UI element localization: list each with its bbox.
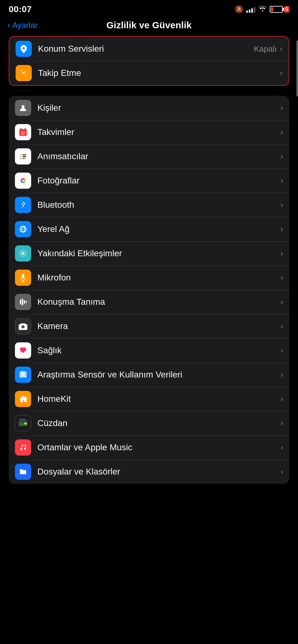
svg-point-0 bbox=[21, 105, 25, 108]
mikrofon-label: Mikrofon bbox=[37, 273, 281, 283]
arastirma-icon bbox=[15, 367, 31, 383]
svg-point-9 bbox=[20, 156, 21, 157]
battery-icon: 9 bbox=[270, 6, 289, 13]
settings-row-konum-servisleri[interactable]: Konum Servisleri Kapalı › bbox=[9, 37, 289, 61]
mikrofon-icon bbox=[15, 270, 31, 286]
files-chevron: › bbox=[281, 467, 283, 476]
kamera-label: Kamera bbox=[37, 321, 281, 331]
fotograflar-label: Fotoğraflar bbox=[37, 176, 281, 186]
settings-row-yakindaki[interactable]: Yakındaki Etkileşimler › bbox=[9, 241, 289, 266]
svg-point-21 bbox=[22, 252, 24, 255]
animsaticilar-chevron: › bbox=[281, 152, 283, 161]
bluetooth-chevron: › bbox=[281, 201, 283, 209]
svg-rect-29 bbox=[24, 300, 25, 304]
status-bar: 00:07 🔕 9 bbox=[0, 0, 298, 17]
cuzdan-chevron: › bbox=[281, 419, 283, 428]
arastirma-chevron: › bbox=[281, 370, 283, 379]
svg-point-10 bbox=[20, 158, 21, 159]
svg-rect-38 bbox=[24, 423, 27, 424]
settings-row-files[interactable]: Dosyalar ve Klasörler › bbox=[9, 460, 289, 484]
settings-row-saglik[interactable]: Sağlık › bbox=[9, 338, 289, 363]
battery-level: 9 bbox=[284, 6, 289, 12]
cuzdan-icon bbox=[15, 415, 31, 431]
bluetooth-label: Bluetooth bbox=[37, 200, 281, 210]
animsaticilar-icon bbox=[15, 148, 31, 164]
yakindaki-label: Yakındaki Etkileşimler bbox=[37, 248, 281, 258]
back-chevron-icon: ‹ bbox=[7, 20, 10, 30]
svg-text:17: 17 bbox=[21, 132, 25, 135]
konusma-tanima-icon bbox=[15, 294, 31, 310]
kamera-chevron: › bbox=[281, 322, 283, 331]
settings-row-animsaticilar[interactable]: Anımsatıcılar › bbox=[9, 144, 289, 169]
settings-row-mikrofon[interactable]: Mikrofon › bbox=[9, 266, 289, 290]
status-icons: 🔕 9 bbox=[235, 5, 289, 13]
settings-row-fotograflar[interactable]: Fotoğraflar › bbox=[9, 169, 289, 193]
kamera-icon bbox=[15, 318, 31, 334]
settings-row-yerel-ag[interactable]: Yerel Ağ › bbox=[9, 217, 289, 241]
files-icon bbox=[15, 464, 31, 480]
back-label: Ayarlar bbox=[12, 21, 38, 30]
svg-rect-27 bbox=[20, 299, 21, 304]
yakindaki-chevron: › bbox=[281, 249, 283, 258]
settings-row-arastirma[interactable]: Araştırma Sensör ve Kullanım Verileri › bbox=[9, 363, 289, 387]
svg-rect-24 bbox=[22, 274, 24, 278]
svg-point-8 bbox=[20, 154, 21, 155]
settings-main-card: Kişiler › 17 Takvimler › bbox=[9, 96, 289, 484]
settings-row-music[interactable]: Ortamlar ve Apple Music › bbox=[9, 435, 289, 460]
highlighted-section: Konum Servisleri Kapalı › Takip Etme › bbox=[9, 36, 289, 86]
svg-rect-4 bbox=[21, 128, 21, 130]
settings-row-konusma-tanima[interactable]: Konuşma Tanıma › bbox=[9, 290, 289, 314]
svg-rect-11 bbox=[22, 155, 26, 155]
yakindaki-icon bbox=[15, 245, 31, 262]
homekit-label: HomeKit bbox=[37, 394, 281, 404]
content-area: Konum Servisleri Kapalı › Takip Etme › bbox=[0, 36, 298, 484]
svg-rect-12 bbox=[22, 156, 26, 157]
music-chevron: › bbox=[281, 443, 283, 452]
settings-row-cuzdan[interactable]: Cüzdan › bbox=[9, 411, 289, 435]
svg-point-41 bbox=[20, 448, 22, 450]
fotograflar-chevron: › bbox=[281, 176, 283, 185]
konum-servisleri-chevron: › bbox=[280, 44, 282, 53]
settings-row-kamera[interactable]: Kamera › bbox=[9, 314, 289, 338]
bell-mute-icon: 🔕 bbox=[235, 5, 243, 13]
konusma-tanima-label: Konuşma Tanıma bbox=[37, 297, 281, 307]
takvimler-label: Takvimler bbox=[37, 127, 281, 137]
konum-servisleri-label: Konum Servisleri bbox=[38, 44, 254, 54]
back-button[interactable]: ‹ Ayarlar bbox=[7, 20, 38, 30]
music-label: Ortamlar ve Apple Music bbox=[37, 442, 281, 452]
svg-rect-5 bbox=[25, 128, 26, 130]
konum-servisleri-icon bbox=[16, 41, 32, 57]
bluetooth-icon bbox=[15, 197, 31, 213]
mikrofon-chevron: › bbox=[281, 273, 283, 282]
settings-row-bluetooth[interactable]: Bluetooth › bbox=[9, 193, 289, 217]
takip-etme-icon bbox=[16, 65, 32, 81]
yerel-ag-label: Yerel Ağ bbox=[37, 224, 281, 234]
settings-row-takvimler[interactable]: 17 Takvimler › bbox=[9, 120, 289, 144]
saglik-icon bbox=[15, 342, 31, 359]
takvimler-chevron: › bbox=[281, 128, 283, 137]
fotograflar-icon bbox=[15, 173, 31, 189]
wifi-icon bbox=[258, 5, 267, 13]
konusma-tanima-chevron: › bbox=[281, 298, 283, 306]
svg-point-42 bbox=[24, 448, 26, 450]
homekit-chevron: › bbox=[281, 395, 283, 403]
svg-rect-3 bbox=[19, 130, 27, 132]
signal-bars-icon bbox=[246, 6, 255, 13]
kisiler-label: Kişiler bbox=[37, 103, 281, 113]
settings-row-takip-etme[interactable]: Takip Etme › bbox=[9, 61, 289, 85]
takvimler-icon: 17 bbox=[15, 124, 31, 140]
settings-row-homekit[interactable]: HomeKit › bbox=[9, 387, 289, 411]
saglik-label: Sağlık bbox=[37, 345, 281, 355]
settings-row-kisiler[interactable]: Kişiler › bbox=[9, 96, 289, 120]
nav-bar: ‹ Ayarlar Gizlilik ve Güvenlik bbox=[0, 17, 298, 36]
kisiler-icon bbox=[15, 100, 31, 116]
svg-point-32 bbox=[22, 326, 24, 328]
svg-rect-40 bbox=[19, 419, 25, 420]
animsaticilar-label: Anımsatıcılar bbox=[37, 151, 281, 161]
files-label: Dosyalar ve Klasörler bbox=[37, 467, 281, 477]
svg-point-15 bbox=[22, 180, 24, 182]
arastirma-label: Araştırma Sensör ve Kullanım Verileri bbox=[37, 370, 281, 380]
saglik-chevron: › bbox=[281, 346, 283, 355]
homekit-icon bbox=[15, 391, 31, 407]
yerel-ag-icon bbox=[15, 221, 31, 237]
